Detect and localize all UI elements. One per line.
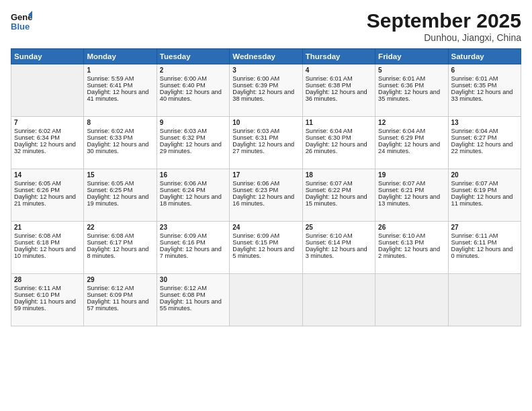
calendar-cell: 18Sunrise: 6:07 AMSunset: 6:22 PMDayligh… xyxy=(302,169,375,222)
daylight-text: Daylight: 12 hours and 22 minutes. xyxy=(451,141,518,154)
calendar-cell: 4Sunrise: 6:01 AMSunset: 6:38 PMDaylight… xyxy=(302,64,375,117)
daylight-text: Daylight: 11 hours and 57 minutes. xyxy=(87,298,153,312)
sunrise-text: Sunrise: 6:12 AM xyxy=(87,285,153,291)
sunset-text: Sunset: 6:34 PM xyxy=(14,134,81,141)
sunset-text: Sunset: 6:09 PM xyxy=(87,291,153,298)
sunset-text: Sunset: 6:22 PM xyxy=(306,187,372,193)
day-number: 26 xyxy=(378,224,445,231)
daylight-text: Daylight: 12 hours and 3 minutes. xyxy=(306,246,372,259)
daylight-text: Daylight: 12 hours and 35 minutes. xyxy=(378,89,445,102)
sunset-text: Sunset: 6:08 PM xyxy=(160,291,226,298)
sunrise-text: Sunrise: 6:07 AM xyxy=(306,180,372,187)
sunset-text: Sunset: 6:11 PM xyxy=(451,239,518,246)
col-wednesday: Wednesday xyxy=(230,49,302,64)
daylight-text: Daylight: 12 hours and 24 minutes. xyxy=(378,141,445,154)
sunrise-text: Sunrise: 6:06 AM xyxy=(160,180,226,187)
month-title: September 2025 xyxy=(367,9,521,32)
col-monday: Monday xyxy=(84,49,157,64)
sunset-text: Sunset: 6:16 PM xyxy=(160,239,226,246)
calendar-cell: 2Sunrise: 6:00 AMSunset: 6:40 PMDaylight… xyxy=(157,64,229,117)
sunrise-text: Sunrise: 6:03 AM xyxy=(232,128,299,134)
calendar-cell: 12Sunrise: 6:04 AMSunset: 6:29 PMDayligh… xyxy=(375,117,448,169)
logo: General Blue xyxy=(11,9,35,36)
svg-text:Blue: Blue xyxy=(11,21,30,32)
svg-text:General: General xyxy=(11,12,32,22)
daylight-text: Daylight: 12 hours and 15 minutes. xyxy=(306,193,372,207)
location: Dunhou, Jiangxi, China xyxy=(367,32,521,43)
sunset-text: Sunset: 6:33 PM xyxy=(87,134,153,141)
day-number: 12 xyxy=(378,119,445,126)
col-saturday: Saturday xyxy=(448,49,521,64)
calendar-cell xyxy=(230,274,302,326)
calendar-cell: 5Sunrise: 6:01 AMSunset: 6:36 PMDaylight… xyxy=(375,64,448,117)
sunset-text: Sunset: 6:24 PM xyxy=(160,187,226,193)
daylight-text: Daylight: 12 hours and 10 minutes. xyxy=(14,246,81,259)
sunset-text: Sunset: 6:17 PM xyxy=(87,239,153,246)
calendar-cell: 27Sunrise: 6:11 AMSunset: 6:11 PMDayligh… xyxy=(448,222,521,274)
daylight-text: Daylight: 12 hours and 2 minutes. xyxy=(378,246,445,259)
sunrise-text: Sunrise: 6:01 AM xyxy=(378,75,445,82)
calendar-cell: 25Sunrise: 6:10 AMSunset: 6:14 PMDayligh… xyxy=(302,222,375,274)
daylight-text: Daylight: 11 hours and 55 minutes. xyxy=(160,298,226,312)
calendar-cell: 26Sunrise: 6:10 AMSunset: 6:13 PMDayligh… xyxy=(375,222,448,274)
sunset-text: Sunset: 6:26 PM xyxy=(14,187,81,193)
day-number: 10 xyxy=(232,119,299,126)
daylight-text: Daylight: 12 hours and 13 minutes. xyxy=(378,193,445,207)
day-number: 8 xyxy=(87,119,153,126)
sunset-text: Sunset: 6:15 PM xyxy=(232,239,299,246)
day-number: 18 xyxy=(306,171,372,179)
page: General Blue September 2025 Dunhou, Jian… xyxy=(0,0,532,411)
logo-icon: General Blue xyxy=(11,9,32,34)
sunset-text: Sunset: 6:36 PM xyxy=(378,82,445,89)
daylight-text: Daylight: 12 hours and 29 minutes. xyxy=(160,141,226,154)
daylight-text: Daylight: 12 hours and 38 minutes. xyxy=(232,89,299,102)
day-number: 17 xyxy=(232,171,299,179)
calendar-cell xyxy=(448,274,521,326)
sunrise-text: Sunrise: 6:03 AM xyxy=(160,128,226,134)
calendar-cell: 11Sunrise: 6:04 AMSunset: 6:30 PMDayligh… xyxy=(302,117,375,169)
daylight-text: Daylight: 12 hours and 33 minutes. xyxy=(451,89,518,102)
calendar-cell: 30Sunrise: 6:12 AMSunset: 6:08 PMDayligh… xyxy=(157,274,229,326)
col-sunday: Sunday xyxy=(11,49,84,64)
sunrise-text: Sunrise: 6:07 AM xyxy=(451,180,518,187)
day-number: 24 xyxy=(232,224,299,231)
sunset-text: Sunset: 6:29 PM xyxy=(378,134,445,141)
daylight-text: Daylight: 12 hours and 11 minutes. xyxy=(451,193,518,207)
sunrise-text: Sunrise: 5:59 AM xyxy=(87,75,153,82)
sunset-text: Sunset: 6:10 PM xyxy=(14,291,81,298)
day-number: 3 xyxy=(232,66,299,74)
sunrise-text: Sunrise: 6:08 AM xyxy=(14,232,81,239)
calendar-cell: 13Sunrise: 6:04 AMSunset: 6:27 PMDayligh… xyxy=(448,117,521,169)
calendar-cell: 22Sunrise: 6:08 AMSunset: 6:17 PMDayligh… xyxy=(84,222,157,274)
sunrise-text: Sunrise: 6:02 AM xyxy=(14,128,81,134)
calendar-cell: 10Sunrise: 6:03 AMSunset: 6:31 PMDayligh… xyxy=(230,117,302,169)
day-number: 16 xyxy=(160,171,226,179)
sunrise-text: Sunrise: 6:11 AM xyxy=(14,285,81,291)
calendar-cell: 24Sunrise: 6:09 AMSunset: 6:15 PMDayligh… xyxy=(230,222,302,274)
daylight-text: Daylight: 12 hours and 16 minutes. xyxy=(232,193,299,207)
daylight-text: Daylight: 12 hours and 41 minutes. xyxy=(87,89,153,102)
sunset-text: Sunset: 6:31 PM xyxy=(232,134,299,141)
calendar-cell: 6Sunrise: 6:01 AMSunset: 6:35 PMDaylight… xyxy=(448,64,521,117)
sunrise-text: Sunrise: 6:04 AM xyxy=(378,128,445,134)
day-number: 29 xyxy=(87,276,153,283)
sunrise-text: Sunrise: 6:12 AM xyxy=(160,285,226,291)
sunrise-text: Sunrise: 6:11 AM xyxy=(451,232,518,239)
sunset-text: Sunset: 6:40 PM xyxy=(160,82,226,89)
sunset-text: Sunset: 6:30 PM xyxy=(306,134,372,141)
sunrise-text: Sunrise: 6:05 AM xyxy=(87,180,153,187)
day-number: 30 xyxy=(160,276,226,283)
calendar-week-1: 7Sunrise: 6:02 AMSunset: 6:34 PMDaylight… xyxy=(11,117,521,169)
sunset-text: Sunset: 6:21 PM xyxy=(378,187,445,193)
daylight-text: Daylight: 12 hours and 30 minutes. xyxy=(87,141,153,154)
sunrise-text: Sunrise: 6:10 AM xyxy=(306,232,372,239)
calendar-week-3: 21Sunrise: 6:08 AMSunset: 6:18 PMDayligh… xyxy=(11,222,521,274)
day-number: 27 xyxy=(451,224,518,231)
calendar-cell: 8Sunrise: 6:02 AMSunset: 6:33 PMDaylight… xyxy=(84,117,157,169)
calendar-cell: 9Sunrise: 6:03 AMSunset: 6:32 PMDaylight… xyxy=(157,117,229,169)
calendar-cell: 20Sunrise: 6:07 AMSunset: 6:19 PMDayligh… xyxy=(448,169,521,222)
sunrise-text: Sunrise: 6:10 AM xyxy=(378,232,445,239)
sunset-text: Sunset: 6:39 PM xyxy=(232,82,299,89)
day-number: 19 xyxy=(378,171,445,179)
calendar-cell xyxy=(375,274,448,326)
